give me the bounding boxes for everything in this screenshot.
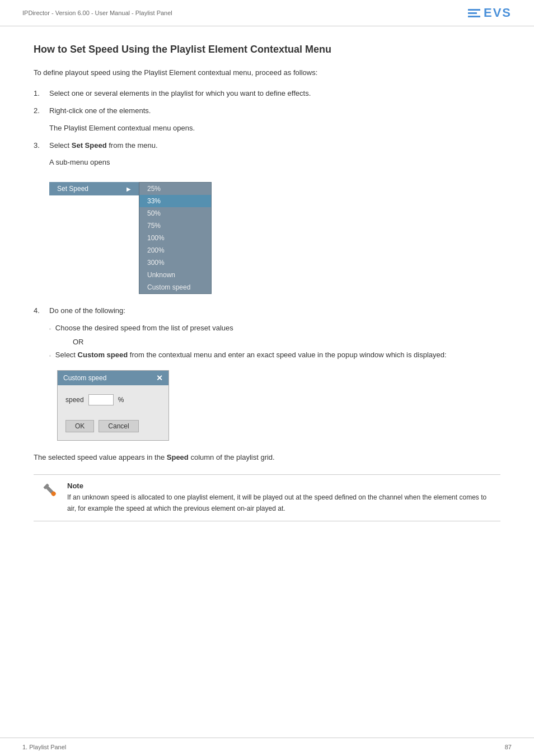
page-footer: 1. Playlist Panel 87 [0, 738, 534, 756]
step-1-num: 1. [34, 88, 45, 100]
custom-speed-dialog: Custom speed ✕ speed % OK Cancel [57, 370, 169, 441]
bullet-2-text: Select Custom speed from the contextual … [55, 349, 447, 361]
set-speed-menu-item: Set Speed ▶ [49, 182, 139, 195]
step-1-text: Select one or several elements in the pl… [49, 88, 500, 100]
bottom-text-prefix: The selected speed value appears in the [34, 453, 167, 461]
step-4-container: 4. Do one of the following: [34, 305, 500, 317]
logo-lines-icon [468, 9, 480, 17]
dialog-speed-row: speed % [65, 394, 161, 405]
step-3-num: 3. [34, 140, 45, 152]
speed-25[interactable]: 25% [139, 183, 211, 195]
intro-text: To define playout speed using the Playli… [34, 67, 500, 79]
speed-100[interactable]: 100% [139, 232, 211, 244]
step-2-text: Right-click one of the elements. [49, 105, 500, 117]
step-2-subnote: The Playlist Element contextual menu ope… [49, 123, 500, 134]
note-text: If an unknown speed is allocated to one … [67, 492, 493, 514]
bottom-text-suffix: column of the playlist grid. [189, 453, 275, 461]
step-1: 1. Select one or several elements in the… [34, 88, 500, 100]
dialog-body: speed % [58, 385, 168, 420]
bullet-dot-icon: ◦ [49, 326, 51, 334]
step-4-num: 4. [34, 305, 45, 317]
bullet-1-text: Choose the desired speed from the list o… [55, 323, 233, 334]
dialog-title-bar: Custom speed ✕ [58, 371, 168, 385]
evs-logo: EVS [468, 6, 512, 20]
cancel-button[interactable]: Cancel [99, 420, 138, 432]
submenu-arrow-icon: ▶ [127, 186, 131, 192]
speed-custom[interactable]: Custom speed [139, 281, 211, 293]
breadcrumb: IPDirector - Version 6.00 - User Manual … [22, 10, 172, 16]
note-box: Note If an unknown speed is allocated to… [34, 474, 500, 521]
dialog-title: Custom speed [63, 374, 106, 382]
context-menu-screenshot: Set Speed ▶ 25% 33% 50% 75% 100% 200% 30… [49, 182, 212, 294]
footer-page-number: 87 [505, 744, 512, 750]
logo-evs-text: EVS [484, 6, 512, 20]
dialog-close-button[interactable]: ✕ [156, 374, 163, 382]
logo-line-2 [468, 12, 477, 14]
speed-submenu: 25% 33% 50% 75% 100% 200% 300% Unknown C… [139, 182, 212, 294]
speed-label: speed [65, 396, 84, 404]
percent-label: % [118, 396, 124, 404]
speed-75[interactable]: 75% [139, 220, 211, 232]
step-2-num: 2. [34, 105, 45, 117]
step-3: 3. Select Set Speed from the menu. [34, 140, 500, 152]
logo-line-1 [468, 9, 480, 11]
or-label: OR [73, 338, 500, 346]
ok-button[interactable]: OK [65, 420, 94, 432]
speed-200[interactable]: 200% [139, 244, 211, 256]
bullet-2-item: ◦ Select Custom speed from the contextua… [49, 349, 500, 361]
step-4: 4. Do one of the following: [34, 305, 500, 317]
step-3-text: Select Set Speed from the menu. [49, 140, 500, 152]
note-title: Note [67, 482, 493, 490]
bullet-dot-2-icon: ◦ [49, 353, 51, 361]
dialog-buttons: OK Cancel [58, 420, 168, 432]
bullet-1-item: ◦ Choose the desired speed from the list… [49, 323, 500, 334]
logo-line-3 [468, 16, 480, 17]
note-wrench-icon [41, 482, 59, 500]
note-icon-container [41, 482, 59, 514]
custom-speed-dialog-wrapper: Custom speed ✕ speed % OK Cancel [57, 370, 169, 441]
bottom-text: The selected speed value appears in the … [34, 452, 500, 464]
bottom-text-bold: Speed [167, 453, 189, 461]
speed-300[interactable]: 300% [139, 256, 211, 269]
speed-50[interactable]: 50% [139, 207, 211, 220]
speed-input[interactable] [88, 394, 114, 405]
context-menu-container: Set Speed ▶ 25% 33% 50% 75% 100% 200% 30… [49, 182, 212, 294]
speed-33[interactable]: 33% [139, 195, 211, 207]
step-4-text: Do one of the following: [49, 305, 500, 317]
footer-left: 1. Playlist Panel [22, 744, 66, 750]
sub-bullets: ◦ Choose the desired speed from the list… [49, 323, 500, 361]
main-content: How to Set Speed Using the Playlist Elem… [0, 26, 534, 561]
page-title: How to Set Speed Using the Playlist Elem… [34, 43, 500, 56]
step-2: 2. Right-click one of the elements. [34, 105, 500, 117]
speed-unknown[interactable]: Unknown [139, 269, 211, 281]
note-content: Note If an unknown speed is allocated to… [67, 482, 493, 514]
set-speed-label: Set Speed [57, 185, 88, 193]
step-3-subnote: A sub-menu opens [49, 157, 500, 169]
page-header: IPDirector - Version 6.00 - User Manual … [0, 0, 534, 26]
steps-list: 1. Select one or several elements in the… [34, 88, 500, 169]
